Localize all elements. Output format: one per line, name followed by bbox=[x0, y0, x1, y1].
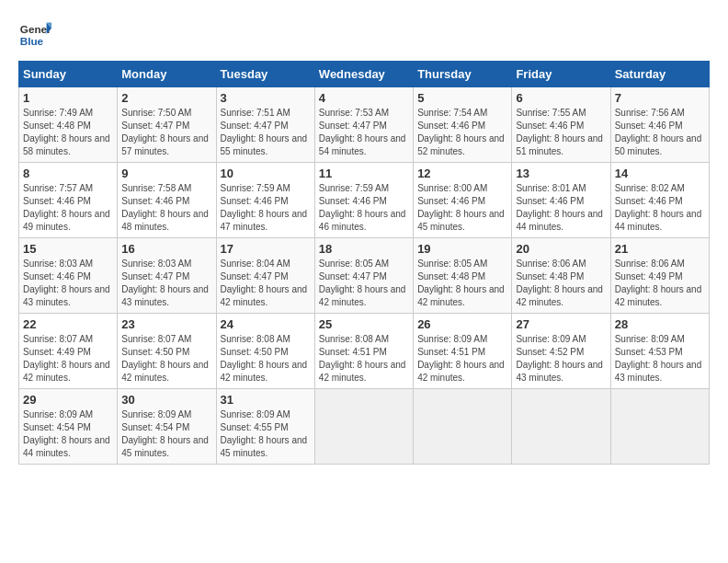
day-number: 4 bbox=[319, 91, 409, 105]
day-number: 16 bbox=[121, 242, 211, 256]
day-info: Sunrise: 8:01 AMSunset: 4:46 PMDaylight:… bbox=[516, 183, 603, 232]
day-number: 8 bbox=[23, 167, 113, 180]
day-number: 27 bbox=[516, 317, 606, 331]
calendar-week-3: 15 Sunrise: 8:03 AMSunset: 4:46 PMDaylig… bbox=[19, 238, 710, 314]
calendar-cell: 26 Sunrise: 8:09 AMSunset: 4:51 PMDaylig… bbox=[414, 314, 512, 389]
calendar-cell: 22 Sunrise: 8:07 AMSunset: 4:49 PMDaylig… bbox=[19, 314, 118, 389]
day-number: 29 bbox=[23, 393, 113, 407]
calendar-cell: 29 Sunrise: 8:09 AMSunset: 4:54 PMDaylig… bbox=[19, 389, 118, 465]
calendar-cell: 24 Sunrise: 8:08 AMSunset: 4:50 PMDaylig… bbox=[216, 314, 314, 389]
day-info: Sunrise: 8:09 AMSunset: 4:55 PMDaylight:… bbox=[221, 409, 308, 458]
day-info: Sunrise: 8:09 AMSunset: 4:54 PMDaylight:… bbox=[23, 409, 110, 458]
calendar-cell: 7 Sunrise: 7:56 AMSunset: 4:46 PMDayligh… bbox=[610, 87, 709, 163]
day-number: 19 bbox=[417, 242, 507, 256]
day-info: Sunrise: 8:07 AMSunset: 4:49 PMDaylight:… bbox=[23, 334, 110, 383]
calendar-week-5: 29 Sunrise: 8:09 AMSunset: 4:54 PMDaylig… bbox=[19, 389, 710, 465]
calendar-cell: 30 Sunrise: 8:09 AMSunset: 4:54 PMDaylig… bbox=[118, 389, 216, 465]
day-info: Sunrise: 8:09 AMSunset: 4:54 PMDaylight:… bbox=[121, 409, 209, 458]
day-number: 7 bbox=[615, 91, 705, 105]
day-info: Sunrise: 7:58 AMSunset: 4:46 PMDaylight:… bbox=[121, 183, 209, 232]
calendar-cell: 12 Sunrise: 8:00 AMSunset: 4:46 PMDaylig… bbox=[414, 163, 512, 238]
day-number: 18 bbox=[319, 242, 409, 256]
day-info: Sunrise: 7:50 AMSunset: 4:47 PMDaylight:… bbox=[121, 108, 209, 156]
calendar-cell: 19 Sunrise: 8:05 AMSunset: 4:48 PMDaylig… bbox=[414, 238, 512, 314]
calendar-cell: 8 Sunrise: 7:57 AMSunset: 4:46 PMDayligh… bbox=[19, 163, 118, 238]
day-number: 23 bbox=[121, 317, 211, 331]
day-number: 5 bbox=[417, 91, 507, 105]
calendar-header-friday: Friday bbox=[512, 62, 610, 87]
day-info: Sunrise: 8:04 AMSunset: 4:47 PMDaylight:… bbox=[221, 259, 308, 307]
calendar-header-saturday: Saturday bbox=[610, 62, 709, 87]
calendar-header-row: SundayMondayTuesdayWednesdayThursdayFrid… bbox=[19, 62, 710, 87]
day-number: 31 bbox=[221, 393, 311, 407]
day-info: Sunrise: 8:06 AMSunset: 4:49 PMDaylight:… bbox=[615, 259, 702, 307]
calendar-cell: 31 Sunrise: 8:09 AMSunset: 4:55 PMDaylig… bbox=[216, 389, 314, 465]
logo-icon: General Blue bbox=[18, 18, 51, 52]
svg-text:Blue: Blue bbox=[20, 35, 44, 47]
calendar-cell: 23 Sunrise: 8:07 AMSunset: 4:50 PMDaylig… bbox=[118, 314, 216, 389]
calendar-cell: 1 Sunrise: 7:49 AMSunset: 4:48 PMDayligh… bbox=[19, 87, 118, 163]
day-info: Sunrise: 7:56 AMSunset: 4:46 PMDaylight:… bbox=[615, 108, 702, 156]
day-info: Sunrise: 7:57 AMSunset: 4:46 PMDaylight:… bbox=[23, 183, 110, 232]
calendar-cell: 25 Sunrise: 8:08 AMSunset: 4:51 PMDaylig… bbox=[314, 314, 413, 389]
day-info: Sunrise: 8:09 AMSunset: 4:51 PMDaylight:… bbox=[417, 334, 505, 383]
calendar-cell: 20 Sunrise: 8:06 AMSunset: 4:48 PMDaylig… bbox=[512, 238, 610, 314]
calendar-header-tuesday: Tuesday bbox=[216, 62, 314, 87]
calendar-header-monday: Monday bbox=[118, 62, 216, 87]
day-info: Sunrise: 7:53 AMSunset: 4:47 PMDaylight:… bbox=[319, 108, 406, 156]
calendar-cell bbox=[314, 389, 413, 465]
day-number: 3 bbox=[221, 91, 311, 105]
day-info: Sunrise: 8:05 AMSunset: 4:48 PMDaylight:… bbox=[417, 259, 505, 307]
calendar-header-wednesday: Wednesday bbox=[314, 62, 413, 87]
day-number: 2 bbox=[121, 91, 211, 105]
calendar-table: SundayMondayTuesdayWednesdayThursdayFrid… bbox=[18, 61, 710, 465]
day-number: 6 bbox=[516, 91, 606, 105]
calendar-body: 1 Sunrise: 7:49 AMSunset: 4:48 PMDayligh… bbox=[19, 87, 710, 465]
calendar-cell: 2 Sunrise: 7:50 AMSunset: 4:47 PMDayligh… bbox=[118, 87, 216, 163]
calendar-header-thursday: Thursday bbox=[414, 62, 512, 87]
day-number: 25 bbox=[319, 317, 409, 331]
calendar-cell: 3 Sunrise: 7:51 AMSunset: 4:47 PMDayligh… bbox=[216, 87, 314, 163]
day-number: 28 bbox=[615, 317, 705, 331]
calendar-cell: 17 Sunrise: 8:04 AMSunset: 4:47 PMDaylig… bbox=[216, 238, 314, 314]
day-info: Sunrise: 7:49 AMSunset: 4:48 PMDaylight:… bbox=[23, 108, 110, 156]
day-number: 14 bbox=[615, 167, 705, 180]
day-number: 22 bbox=[23, 317, 113, 331]
day-info: Sunrise: 8:08 AMSunset: 4:50 PMDaylight:… bbox=[221, 334, 308, 383]
calendar-cell: 14 Sunrise: 8:02 AMSunset: 4:46 PMDaylig… bbox=[610, 163, 709, 238]
calendar-header-sunday: Sunday bbox=[19, 62, 118, 87]
day-number: 20 bbox=[516, 242, 606, 256]
day-info: Sunrise: 7:59 AMSunset: 4:46 PMDaylight:… bbox=[319, 183, 406, 232]
day-info: Sunrise: 8:03 AMSunset: 4:46 PMDaylight:… bbox=[23, 259, 110, 307]
calendar-cell: 10 Sunrise: 7:59 AMSunset: 4:46 PMDaylig… bbox=[216, 163, 314, 238]
day-number: 24 bbox=[221, 317, 311, 331]
day-number: 10 bbox=[221, 167, 311, 180]
day-info: Sunrise: 8:02 AMSunset: 4:46 PMDaylight:… bbox=[615, 183, 702, 232]
calendar-cell bbox=[610, 389, 709, 465]
day-number: 13 bbox=[516, 167, 606, 180]
day-info: Sunrise: 8:00 AMSunset: 4:46 PMDaylight:… bbox=[417, 183, 505, 232]
day-number: 12 bbox=[417, 167, 507, 180]
day-info: Sunrise: 8:09 AMSunset: 4:53 PMDaylight:… bbox=[615, 334, 702, 383]
day-info: Sunrise: 8:09 AMSunset: 4:52 PMDaylight:… bbox=[516, 334, 603, 383]
day-number: 15 bbox=[23, 242, 113, 256]
calendar-cell: 28 Sunrise: 8:09 AMSunset: 4:53 PMDaylig… bbox=[610, 314, 709, 389]
calendar-cell: 9 Sunrise: 7:58 AMSunset: 4:46 PMDayligh… bbox=[118, 163, 216, 238]
day-number: 21 bbox=[615, 242, 705, 256]
day-info: Sunrise: 8:03 AMSunset: 4:47 PMDaylight:… bbox=[121, 259, 209, 307]
calendar-cell: 13 Sunrise: 8:01 AMSunset: 4:46 PMDaylig… bbox=[512, 163, 610, 238]
day-number: 1 bbox=[23, 91, 113, 105]
day-number: 9 bbox=[121, 167, 211, 180]
calendar-week-4: 22 Sunrise: 8:07 AMSunset: 4:49 PMDaylig… bbox=[19, 314, 710, 389]
day-number: 11 bbox=[319, 167, 409, 180]
logo: General Blue bbox=[18, 18, 51, 52]
calendar-cell bbox=[512, 389, 610, 465]
day-number: 26 bbox=[417, 317, 507, 331]
calendar-cell: 16 Sunrise: 8:03 AMSunset: 4:47 PMDaylig… bbox=[118, 238, 216, 314]
day-info: Sunrise: 7:55 AMSunset: 4:46 PMDaylight:… bbox=[516, 108, 603, 156]
day-info: Sunrise: 8:06 AMSunset: 4:48 PMDaylight:… bbox=[516, 259, 603, 307]
calendar-cell: 11 Sunrise: 7:59 AMSunset: 4:46 PMDaylig… bbox=[314, 163, 413, 238]
day-info: Sunrise: 8:05 AMSunset: 4:47 PMDaylight:… bbox=[319, 259, 406, 307]
page-header: General Blue bbox=[18, 18, 710, 52]
calendar-cell: 15 Sunrise: 8:03 AMSunset: 4:46 PMDaylig… bbox=[19, 238, 118, 314]
